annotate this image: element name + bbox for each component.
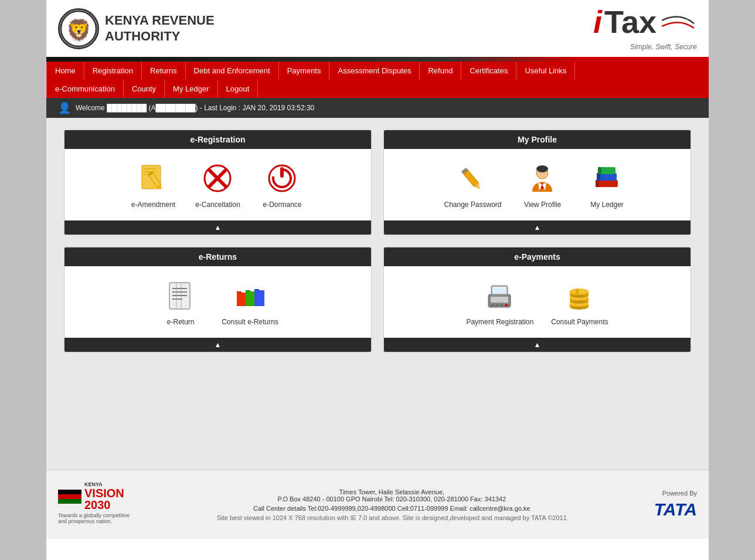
e-registration-header: e-Registration: [64, 130, 371, 149]
payment-reg-icon: [482, 278, 518, 313]
footer-left: KENYA VISION 2030 Towards a globally com…: [58, 482, 130, 527]
e-dormance-label: e-Dormance: [263, 201, 301, 209]
e-amendment-item[interactable]: e-Amendment: [130, 161, 177, 209]
kra-name: Kenya Revenue Authority: [105, 13, 215, 44]
header: 🦁 Kenya Revenue Authority i Tax: [46, 0, 709, 57]
nav-useful-links[interactable]: Useful Links: [516, 62, 575, 80]
nav-debt[interactable]: Debt and Enforcement: [186, 62, 279, 80]
e-registration-panel: e-Registration: [64, 130, 372, 235]
footer-address: Times Tower, Haile Selassie Avenue, P.O …: [141, 488, 642, 503]
e-payments-panel: e-Payments: [383, 247, 691, 352]
powered-by-text: Powered By: [654, 490, 697, 497]
my-profile-header: My Profile: [384, 130, 691, 149]
footer-center: Times Tower, Haile Selassie Avenue, P.O …: [130, 488, 654, 521]
my-profile-footer: ▲: [384, 220, 691, 235]
nav-my-ledger[interactable]: My Ledger: [165, 80, 217, 98]
svg-rect-40: [254, 290, 264, 306]
my-ledger-profile-label: My Ledger: [590, 201, 624, 209]
change-password-item[interactable]: Change Password: [444, 161, 501, 209]
consult-returns-icon: [233, 278, 268, 313]
nav-payments[interactable]: Payments: [279, 62, 330, 80]
svg-rect-48: [505, 304, 508, 306]
e-returns-header: e-Returns: [64, 247, 371, 266]
nav-refund[interactable]: Refund: [420, 62, 461, 80]
e-cancellation-label: e-Cancellation: [195, 201, 240, 209]
svg-point-21: [536, 165, 548, 172]
returns-collapse-arrow[interactable]: ▲: [215, 341, 222, 349]
dashboard-grid: e-Registration: [64, 130, 691, 352]
ledger-icon: [590, 161, 625, 196]
return-icon: [163, 278, 198, 313]
dormance-icon: [265, 161, 300, 196]
e-registration-footer: ▲: [64, 220, 371, 235]
nav-returns[interactable]: Returns: [142, 62, 186, 80]
svg-rect-4: [144, 168, 156, 169]
svg-rect-30: [598, 167, 601, 174]
nav-registration[interactable]: Registration: [84, 62, 142, 80]
consult-payments-icon: $: [562, 278, 597, 313]
svg-text:🦁: 🦁: [66, 17, 92, 42]
footer: KENYA VISION 2030 Towards a globally com…: [46, 470, 709, 539]
nav-certificates[interactable]: Certificates: [461, 62, 516, 80]
nav-e-communication[interactable]: e-Communication: [46, 80, 124, 98]
svg-rect-26: [596, 180, 599, 187]
user-icon: 👤: [58, 101, 71, 114]
footer-browser-note: Site best viewed in 1024 X 768 resolutio…: [141, 514, 642, 521]
consult-e-returns-item[interactable]: Consult e-Returns: [222, 278, 278, 326]
payments-collapse-arrow[interactable]: ▲: [534, 341, 541, 349]
welcome-bar: 👤 Welcome ████████ (A████████) - Last Lo…: [46, 98, 709, 118]
e-payments-header: e-Payments: [384, 247, 691, 266]
tata-logo: TATA: [654, 500, 697, 520]
vision-2030-text: VISION: [84, 487, 124, 499]
nav-row-2: e-Communication County My Ledger Logout: [46, 80, 709, 98]
e-payments-footer: ▲: [384, 338, 691, 352]
decorative-bar: [46, 57, 709, 62]
itax-tagline: Simple, Swift, Secure: [593, 43, 697, 51]
profile-collapse-arrow[interactable]: ▲: [534, 223, 541, 232]
nav-home[interactable]: Home: [46, 62, 84, 80]
view-profile-item[interactable]: View Profile: [519, 161, 566, 209]
nav-logout[interactable]: Logout: [218, 80, 259, 98]
payment-registration-item[interactable]: Payment Registration: [466, 278, 533, 326]
consult-payments-item[interactable]: $ Consult Payments: [551, 278, 608, 326]
itax-logo: i Tax Simple, Swift, Secure: [593, 6, 697, 51]
e-dormance-item[interactable]: e-Dormance: [259, 161, 306, 209]
e-returns-panel: e-Returns: [64, 247, 372, 352]
my-ledger-item[interactable]: My Ledger: [584, 161, 631, 209]
consult-payments-label: Consult Payments: [551, 318, 608, 326]
payment-registration-label: Payment Registration: [466, 318, 533, 326]
my-profile-panel: My Profile: [383, 130, 691, 235]
nav-disputes[interactable]: Assessment Disputes: [329, 62, 420, 80]
kra-logo: 🦁 Kenya Revenue Authority: [58, 8, 215, 49]
navigation: Home Registration Returns Debt and Enfor…: [46, 62, 709, 98]
e-return-label: e-Return: [167, 318, 195, 326]
change-password-label: Change Password: [444, 201, 501, 209]
kra-logo-circle: 🦁: [58, 8, 99, 49]
e-cancellation-item[interactable]: e-Cancellation: [195, 161, 242, 209]
svg-rect-46: [495, 304, 499, 306]
vision-logo: KENYA VISION 2030 Towards a globally com…: [58, 482, 130, 524]
e-payments-body: Payment Registration: [384, 266, 691, 338]
svg-rect-5: [144, 171, 156, 172]
svg-rect-38: [237, 293, 247, 306]
footer-callcenter: Call Center details Tel:020-4999999,020-…: [141, 505, 642, 512]
collapse-arrow[interactable]: ▲: [215, 223, 222, 232]
password-icon: [455, 161, 491, 196]
svg-text:$: $: [576, 289, 579, 295]
e-amendment-label: e-Amendment: [131, 201, 175, 209]
nav-county[interactable]: County: [124, 80, 165, 98]
footer-right: Powered By TATA: [654, 490, 697, 520]
profile-icon: [525, 161, 560, 196]
vision-tagline: Towards a globally competitive and prosp…: [58, 513, 130, 524]
my-profile-body: Change Password: [384, 149, 691, 220]
svg-rect-45: [491, 304, 494, 306]
e-return-item[interactable]: e-Return: [157, 278, 204, 326]
view-profile-label: View Profile: [524, 201, 561, 209]
nav-row-1: Home Registration Returns Debt and Enfor…: [46, 62, 709, 80]
main-content: e-Registration: [46, 118, 709, 470]
welcome-text: Welcome ████████ (A████████) - Last Logi…: [76, 104, 314, 112]
svg-rect-39: [246, 291, 256, 306]
consult-e-returns-label: Consult e-Returns: [222, 318, 278, 326]
e-returns-body: e-Return: [64, 266, 371, 338]
amendment-icon: [136, 161, 171, 196]
